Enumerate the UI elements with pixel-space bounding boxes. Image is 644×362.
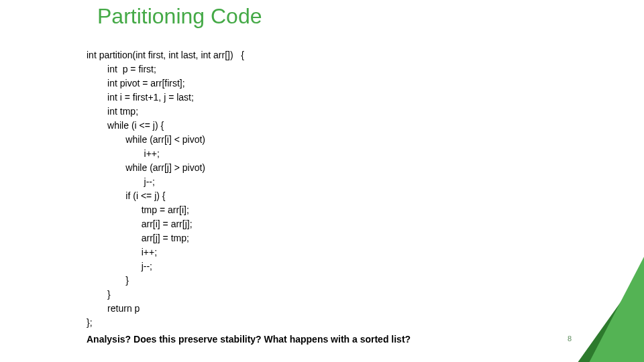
code-block: int partition(int first, int last, int a… [87,48,244,330]
analysis-question: Analysis? Does this preserve stability? … [87,334,411,345]
slide-title: Partitioning Code [97,4,262,29]
corner-decoration [510,168,644,362]
page-number: 8 [568,335,572,343]
